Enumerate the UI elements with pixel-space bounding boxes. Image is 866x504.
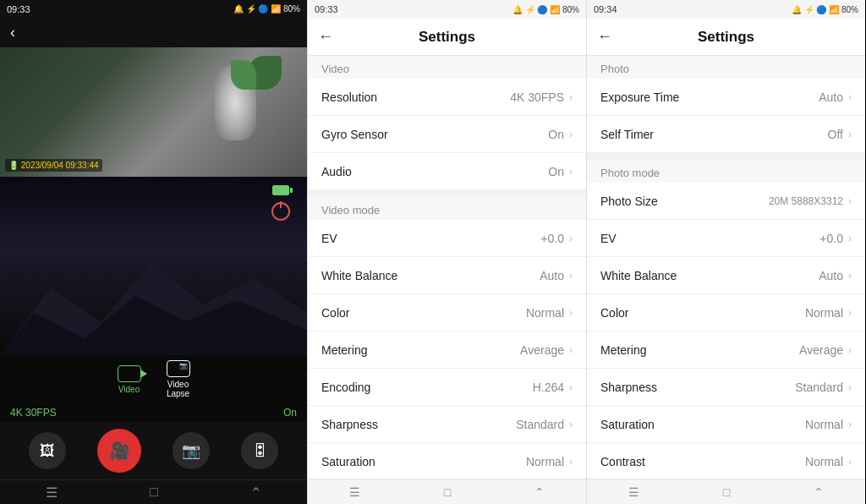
time-settings2: 09:34 — [594, 4, 617, 14]
row-timer-label: Self Timer — [600, 128, 654, 141]
record-button[interactable]: 🎥 — [97, 429, 141, 473]
settings-header-video: ← Settings — [308, 19, 586, 56]
row-saturation-photo[interactable]: Saturation Normal › — [587, 406, 865, 443]
settings-body-video: Video Resolution 4K 30FPS › Gyro Sensor … — [308, 56, 586, 479]
time-settings1: 09:33 — [315, 4, 338, 14]
row-audio-value: On › — [548, 165, 573, 178]
gallery-button[interactable]: 🖼 — [29, 432, 66, 469]
divider1 — [308, 190, 586, 197]
row-photo-size-value: 20M 5888X3312 › — [769, 195, 852, 207]
wifi-status-display: On — [283, 407, 297, 419]
row-saturation[interactable]: Saturation Normal › — [308, 443, 586, 479]
row-color-label: Color — [321, 306, 349, 320]
camera-controls-overlay — [271, 185, 290, 221]
row-sharpness-photo-value: Standard › — [795, 381, 852, 394]
row-ev-value: +0.0 › — [540, 232, 573, 245]
row-metering-photo[interactable]: Metering Average › — [587, 331, 865, 369]
row-metering[interactable]: Metering Average › — [308, 331, 586, 369]
row-sharpness-photo[interactable]: Sharpness Standard › — [587, 369, 865, 406]
camera-panel: 09:33 🔔 ⚡ 🔵 📶 80% ‹ 🔋 2023/09/04 09:33:4… — [0, 0, 307, 504]
status-icons-settings2: 🔔 ⚡ 🔵 📶 80% — [792, 5, 858, 14]
row-saturation-photo-label: Saturation — [600, 418, 655, 431]
row-exposure-label: Exposure Time — [600, 90, 679, 104]
row-contrast-photo-value: Normal › — [805, 455, 852, 468]
row-sharpness-value: Standard › — [516, 418, 573, 431]
nav-menu-s1[interactable]: ☰ — [349, 485, 360, 499]
row-audio[interactable]: Audio On › — [308, 153, 586, 190]
row-color-photo[interactable]: Color Normal › — [587, 294, 865, 331]
camera-view-top: 🔋 2023/09/04 09:33:44 — [0, 47, 307, 177]
row-ev-photo-label: EV — [600, 232, 617, 245]
plant-decoration — [231, 56, 282, 98]
row-color-photo-value: Normal › — [805, 306, 852, 320]
section-video-label: Video — [308, 56, 586, 79]
row-saturation-label: Saturation — [321, 455, 375, 468]
time-camera: 09:33 — [7, 4, 30, 14]
row-sharpness[interactable]: Sharpness Standard › — [308, 406, 586, 443]
row-metering-photo-label: Metering — [600, 343, 646, 357]
section-photo-label: Photo — [587, 56, 865, 79]
row-metering-value: Average › — [520, 343, 573, 357]
row-color[interactable]: Color Normal › — [308, 294, 586, 331]
row-ev[interactable]: EV +0.0 › — [308, 220, 586, 257]
row-color-photo-label: Color — [600, 306, 628, 320]
settings-header-photo: ← Settings — [587, 19, 865, 56]
row-audio-label: Audio — [321, 165, 352, 178]
row-wb-photo-label: White Balance — [600, 269, 677, 282]
nav-home[interactable]: □ — [150, 485, 158, 500]
nav-menu[interactable]: ☰ — [46, 485, 58, 501]
row-gyro[interactable]: Gyro Sensor On › — [308, 116, 586, 153]
photo-button[interactable]: 📷 — [173, 432, 210, 469]
settings-panel-video: 09:33 🔔 ⚡ 🔵 📶 80% ← Settings Video Resol… — [307, 0, 586, 504]
nav-bar-settings2: ☰ □ ⌃ — [587, 479, 865, 504]
row-metering-label: Metering — [321, 343, 367, 357]
row-metering-photo-value: Average › — [799, 343, 852, 357]
row-gyro-value: On › — [548, 128, 573, 141]
divider2 — [587, 153, 865, 160]
section-photo-mode-label: Photo mode — [587, 160, 865, 183]
bottom-actions: 🖼 🎥 📷 🎛 — [0, 422, 307, 479]
nav-back-s1[interactable]: ⌃ — [534, 485, 545, 499]
settings-camera-button[interactable]: 🎛 — [241, 432, 278, 469]
back-button-settings2[interactable]: ← — [597, 28, 612, 46]
row-ev-photo-value: +0.0 › — [819, 232, 852, 245]
row-resolution[interactable]: Resolution 4K 30FPS › — [308, 79, 586, 116]
mode-video-label: Video — [118, 385, 140, 394]
row-wb-photo-value: Auto › — [819, 269, 852, 282]
status-icons-settings1: 🔔 ⚡ 🔵 📶 80% — [512, 5, 579, 14]
row-timer-value: Off › — [828, 128, 852, 141]
row-self-timer[interactable]: Self Timer Off › — [587, 116, 865, 153]
mountain-silhouette — [0, 237, 307, 355]
row-color-value: Normal › — [526, 306, 573, 320]
nav-home-s2[interactable]: □ — [723, 485, 730, 499]
row-wb-label: White Balance — [321, 269, 397, 282]
back-button-camera[interactable]: ‹ — [10, 24, 15, 41]
back-button-settings1[interactable]: ← — [318, 28, 333, 46]
row-sharpness-photo-label: Sharpness — [600, 381, 657, 394]
row-ev-photo[interactable]: EV +0.0 › — [587, 220, 865, 257]
row-contrast-photo[interactable]: Contrast Normal › — [587, 443, 865, 479]
row-exposure[interactable]: Exposure Time Auto › — [587, 79, 865, 116]
settings-title-video: Settings — [343, 29, 551, 46]
row-exposure-value: Auto › — [819, 90, 852, 104]
nav-bar-camera: ☰ □ ⌃ — [0, 479, 307, 504]
battery-status — [272, 185, 289, 195]
settings-title-photo: Settings — [622, 29, 830, 46]
row-photo-size[interactable]: Photo Size 20M 5888X3312 › — [587, 183, 865, 220]
nav-menu-s2[interactable]: ☰ — [628, 485, 639, 499]
nav-back-s2[interactable]: ⌃ — [814, 485, 824, 499]
settings-body-photo: Photo Exposure Time Auto › Self Timer Of… — [587, 56, 865, 479]
timestamp-overlay: 🔋 2023/09/04 09:33:44 — [5, 159, 102, 172]
row-wb-photo[interactable]: White Balance Auto › — [587, 257, 865, 294]
nav-bar-settings1: ☰ □ ⌃ — [308, 479, 586, 504]
row-photo-size-label: Photo Size — [600, 194, 658, 208]
power-button[interactable] — [271, 202, 290, 221]
nav-back[interactable]: ⌃ — [250, 485, 261, 501]
mode-video-lapse[interactable]: 📷 VideoLapse — [167, 360, 190, 398]
row-white-balance[interactable]: White Balance Auto › — [308, 257, 586, 294]
camera-view-mid — [0, 177, 307, 355]
nav-home-s1[interactable]: □ — [444, 485, 451, 499]
row-encoding[interactable]: Encoding H.264 › — [308, 369, 586, 406]
resolution-display: 4K 30FPS — [10, 407, 57, 419]
mode-video[interactable]: Video — [118, 365, 141, 394]
